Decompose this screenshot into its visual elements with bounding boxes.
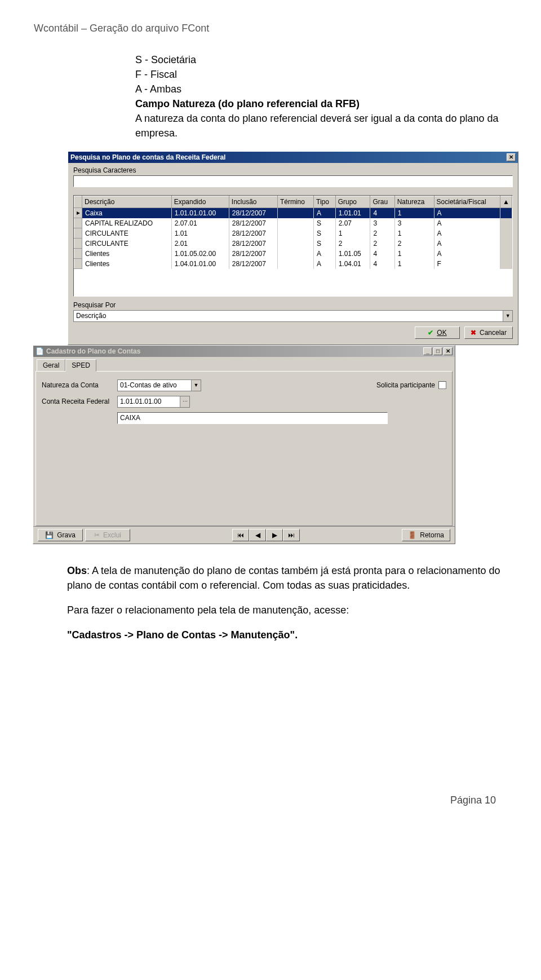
cell: Clientes	[82, 249, 172, 259]
chevron-down-icon[interactable]: ▼	[503, 311, 512, 321]
chevron-down-icon[interactable]: ▼	[191, 380, 201, 391]
obs-body: : A tela de manutenção do plano de conta…	[67, 565, 500, 591]
scroll-track[interactable]	[500, 228, 512, 239]
cell: S	[314, 228, 336, 239]
minimize-icon[interactable]: _	[423, 347, 432, 355]
column-header[interactable]	[74, 196, 82, 208]
titlebar-cadastro-text: Cadastro do Plano de Contas	[46, 347, 140, 355]
tab-geral[interactable]: Geral	[37, 359, 65, 372]
cell: 2	[370, 239, 394, 249]
line-a: A - Ambas	[135, 82, 507, 96]
search-input[interactable]	[73, 175, 513, 187]
cell: 4	[370, 249, 394, 259]
column-header[interactable]: Descrição	[82, 196, 172, 208]
column-header[interactable]: Tipo	[314, 196, 336, 208]
tab-sped[interactable]: SPED	[65, 359, 96, 372]
next-button[interactable]: ▶	[266, 529, 283, 541]
lookup-icon[interactable]: ⋯	[180, 396, 189, 407]
cancel-button[interactable]: ✖ Cancelar	[464, 326, 513, 339]
column-header[interactable]: Inclusão	[229, 196, 277, 208]
descricao-input[interactable]	[117, 412, 388, 424]
conta-receita-input[interactable]	[118, 396, 180, 407]
close-icon[interactable]: ✕	[444, 347, 453, 355]
grava-button-label: Grava	[57, 531, 76, 539]
cell: 1.04.01.01.00	[171, 259, 229, 269]
column-header[interactable]: Grau	[370, 196, 394, 208]
row-header	[74, 259, 82, 269]
table-row[interactable]: CIRCULANTE2.0128/12/2007S222A	[74, 239, 512, 249]
column-header[interactable]: Grupo	[335, 196, 370, 208]
cell: 2.01	[171, 239, 229, 249]
column-header[interactable]: Natureza	[394, 196, 434, 208]
scroll-up-icon[interactable]: ▲	[500, 196, 512, 208]
prev-button[interactable]: ◀	[249, 529, 266, 541]
label-natureza-conta: Natureza da Conta	[42, 381, 114, 389]
scroll-track[interactable]	[500, 249, 512, 259]
cell: A	[434, 208, 500, 218]
grid-plano-contas[interactable]: DescriçãoExpandidoInclusãoTérminoTipoGru…	[73, 195, 513, 297]
cell: 1.01.05.02.00	[171, 249, 229, 259]
label-pesquisa-caracteres: Pesquisa Caracteres	[73, 166, 513, 174]
cell: CIRCULANTE	[82, 239, 172, 249]
table-row[interactable]: CAPITAL REALIZADO2.07.0128/12/2007S2.073…	[74, 218, 512, 228]
cell: 1	[335, 228, 370, 239]
retorna-button-label: Retorna	[420, 531, 444, 539]
cell: 1.04.01	[335, 259, 370, 269]
obs-line3: "Cadastros -> Plano de Contas -> Manuten…	[67, 628, 507, 642]
label-solicita-participante: Solicita participante	[376, 381, 435, 389]
scroll-track[interactable]	[500, 208, 512, 218]
cell: 1	[394, 259, 434, 269]
scroll-track[interactable]	[500, 218, 512, 228]
app-icon: 📄	[36, 347, 44, 355]
obs-paragraph: Obs: A tela de manutenção do plano de co…	[67, 563, 507, 642]
table-row[interactable]: CIRCULANTE1.0128/12/2007S121A	[74, 228, 512, 239]
scroll-track[interactable]	[500, 259, 512, 269]
cell: 1	[394, 249, 434, 259]
toolbar-cadastro: 💾 Grava ✂ Exclui ⏮ ◀ ▶ ⏭ 🚪 Retorna	[33, 526, 455, 544]
table-row[interactable]: Clientes1.04.01.01.0028/12/2007A1.04.014…	[74, 259, 512, 269]
close-icon[interactable]: ✕	[507, 153, 516, 161]
cell	[277, 259, 313, 269]
cell: A	[434, 239, 500, 249]
column-header[interactable]: Expandido	[171, 196, 229, 208]
line-s: S - Societária	[135, 52, 507, 67]
window-cadastro: 📄 Cadastro do Plano de Contas _ □ ✕ Gera…	[33, 345, 455, 544]
pesquisar-por-select[interactable]	[74, 311, 503, 321]
cell: 2	[335, 239, 370, 249]
intro-text: S - Societária F - Fiscal A - Ambas Camp…	[135, 52, 507, 141]
label-pesquisar-por: Pesquisar Por	[73, 301, 513, 309]
cell: 28/12/2007	[229, 239, 277, 249]
column-header[interactable]: Societária/Fiscal	[434, 196, 500, 208]
titlebar-cadastro: 📄 Cadastro do Plano de Contas _ □ ✕	[33, 346, 455, 357]
table-row[interactable]: Clientes1.01.05.02.0028/12/2007A1.01.054…	[74, 249, 512, 259]
page-number: Página 10	[34, 794, 496, 806]
grava-button[interactable]: 💾 Grava	[38, 529, 83, 541]
delete-icon: ✂	[94, 531, 100, 539]
cell: A	[434, 228, 500, 239]
natureza-conta-select[interactable]	[118, 380, 191, 390]
scroll-track[interactable]	[500, 239, 512, 249]
tab-panel-sped: Natureza da Conta ▼ Solicita participant…	[36, 371, 453, 526]
cell	[277, 208, 313, 218]
titlebar-pesquisa: Pesquisa no Plano de contas da Receita F…	[68, 152, 518, 163]
cell: 28/12/2007	[229, 218, 277, 228]
ok-button[interactable]: ✔ OK	[415, 326, 460, 339]
last-button[interactable]: ⏭	[283, 529, 300, 541]
cell: 1.01.01.01.00	[171, 208, 229, 218]
retorna-button[interactable]: 🚪 Retorna	[402, 529, 450, 541]
solicita-participante-checkbox[interactable]	[438, 381, 446, 389]
cell: 4	[370, 208, 394, 218]
cell: 28/12/2007	[229, 249, 277, 259]
table-row[interactable]: ▸Caixa1.01.01.01.0028/12/2007A1.01.0141A	[74, 208, 512, 218]
cell: F	[434, 259, 500, 269]
cell: 28/12/2007	[229, 228, 277, 239]
window-pesquisa: Pesquisa no Plano de contas da Receita F…	[68, 151, 518, 345]
cell: 4	[370, 259, 394, 269]
column-header[interactable]: Término	[277, 196, 313, 208]
exclui-button[interactable]: ✂ Exclui	[85, 529, 130, 541]
first-button[interactable]: ⏮	[232, 529, 249, 541]
cell: S	[314, 239, 336, 249]
x-icon: ✖	[471, 329, 476, 337]
maximize-icon[interactable]: □	[433, 347, 442, 355]
cell: A	[434, 218, 500, 228]
